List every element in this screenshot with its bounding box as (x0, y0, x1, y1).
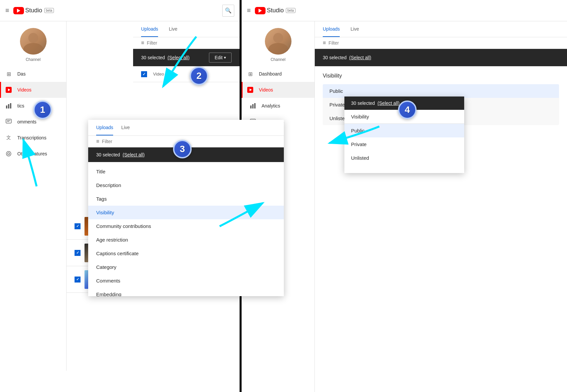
svg-rect-13 (252, 104, 254, 108)
dropdown-item-embedding[interactable]: Embedding (88, 288, 284, 296)
transcriptions-icon: 文 (5, 134, 12, 141)
visibility-panel-select-all[interactable]: (Select all) (378, 100, 400, 106)
visibility-panel-count: 30 selected (351, 100, 375, 106)
studio-label: Studio (25, 7, 42, 14)
select-all-link[interactable]: (Select all) (168, 55, 190, 60)
video-column-header: Video (153, 72, 164, 77)
svg-rect-12 (250, 105, 252, 108)
avatar (20, 28, 47, 55)
tab-live[interactable]: Live (169, 21, 177, 37)
dropdown-tab-live[interactable]: Live (121, 120, 130, 135)
step-badge-4: 4 (398, 100, 417, 119)
visibility-option-unlisted[interactable]: Unlisted (344, 151, 464, 165)
dropdown-item-comments[interactable]: Comments (88, 274, 284, 288)
visibility-option-public[interactable]: Public (344, 124, 464, 137)
edit-button[interactable]: Edit ▾ (209, 53, 232, 63)
filter-icon: ≡ (141, 40, 144, 46)
select-all-checkbox[interactable] (141, 71, 147, 77)
channel-section: Channel (0, 21, 66, 66)
tab-uploads-2[interactable]: Uploads (323, 21, 340, 37)
sidebar-item-transcriptions[interactable]: 文 Transcriptions (0, 130, 66, 146)
beta-badge-2: beta (286, 8, 295, 13)
dropdown-item-age-restriction[interactable]: Age restriction (88, 233, 284, 247)
dropdown-item-community[interactable]: Community contributions (88, 219, 284, 233)
header-2: ≡ Studio beta (242, 0, 567, 21)
comments-label: omments (17, 119, 37, 124)
sidebar-item-videos-2[interactable]: Videos (242, 82, 314, 98)
svg-rect-5 (6, 119, 11, 123)
dropdown-filter-input[interactable] (102, 139, 160, 144)
other-label: Other features (17, 151, 47, 156)
sidebar-item-comments[interactable]: omments (0, 114, 66, 130)
step-badge-3: 3 (173, 140, 192, 158)
logo: Studio beta (13, 7, 54, 14)
dropdown-item-description[interactable]: Description (88, 178, 284, 192)
header-checkbox-cell (141, 71, 149, 77)
sidebar-item-dashboard-2[interactable]: ⊞ Dashboard (242, 66, 314, 82)
youtube-icon (13, 7, 24, 14)
video-checkbox-2[interactable] (75, 250, 81, 256)
step-badge-2: 2 (190, 67, 208, 85)
table-header: Video (133, 66, 240, 82)
search-button[interactable]: 🔍 (222, 5, 234, 17)
visibility-heading: Visibility (323, 73, 559, 79)
panel-2: ≡ Studio beta Channel ⊞ Dashboard (242, 0, 567, 392)
dropdown-select-all[interactable]: (Select all) (123, 152, 145, 157)
header-1: ≡ Studio beta 🔍 (0, 0, 240, 21)
analytics-label: tics (17, 103, 24, 108)
dashboard-label: Das (17, 71, 26, 77)
sidebar-item-dashboard[interactable]: ⊞ Das (0, 66, 66, 82)
sidebar-item-videos[interactable]: Videos (0, 82, 66, 98)
filter-input-2[interactable] (328, 40, 387, 46)
dropdown-item-captions[interactable]: Captions certificate (88, 247, 284, 260)
menu-icon-2[interactable]: ≡ (247, 7, 251, 14)
comments-icon (5, 118, 12, 125)
youtube-icon-2 (255, 7, 266, 14)
analytics-icon (5, 102, 12, 109)
filter-bar-1: ≡ (133, 37, 240, 49)
sidebar-item-analytics-2[interactable]: Analytics (242, 98, 314, 114)
logo-2: Studio beta (255, 7, 296, 14)
dropdown-filter-icon: ≡ (96, 138, 99, 144)
selected-count-2: 30 selected (323, 55, 347, 60)
videos-label-2: Videos (259, 87, 273, 93)
visibility-option-private[interactable]: Private (344, 137, 464, 151)
video-checkbox-1[interactable] (75, 223, 81, 229)
menu-icon[interactable]: ≡ (5, 7, 9, 14)
dropdown-menu: Title Description Tags Visibility Commun… (88, 162, 284, 296)
sidebar-1: Channel ⊞ Das Videos tics (0, 21, 67, 371)
tabs-2: Uploads Live (315, 21, 567, 37)
filter-input[interactable] (147, 40, 205, 46)
selected-count: 30 selected (141, 55, 165, 60)
filter-bar-2: ≡ (315, 37, 567, 49)
sidebar-item-other[interactable]: Other features (0, 146, 66, 162)
select-all-link-2[interactable]: (Select all) (349, 55, 371, 60)
svg-rect-14 (254, 103, 256, 108)
dropdown-item-category[interactable]: Category (88, 260, 284, 274)
edit-dropdown-arrow: ▾ (224, 55, 226, 60)
analytics-icon-2 (250, 102, 256, 109)
nav-list: ⊞ Das Videos tics (0, 66, 66, 162)
dropdown-tabs: Uploads Live (88, 120, 284, 136)
dropdown-item-visibility[interactable]: Visibility (88, 206, 284, 219)
channel-section-2: Channel (242, 21, 314, 66)
dropdown-item-title[interactable]: Title (88, 165, 284, 178)
analytics-label-2: Analytics (262, 103, 280, 108)
step-badge-1: 1 (33, 100, 52, 119)
filter-icon-2: ≡ (323, 40, 326, 46)
content-2: Uploads Live ≡ 30 selected (Select all) … (315, 21, 567, 392)
selected-bar-1: 30 selected (Select all) Edit ▾ (133, 49, 240, 66)
svg-point-8 (8, 153, 10, 155)
channel-label-2: Channel (271, 57, 285, 62)
visibility-public[interactable]: Public (323, 84, 559, 98)
tab-uploads[interactable]: Uploads (141, 21, 158, 37)
dropdown-tab-uploads[interactable]: Uploads (96, 120, 113, 135)
dropdown-item-tags[interactable]: Tags (88, 192, 284, 206)
dashboard-label-2: Dashboard (259, 71, 282, 77)
svg-rect-4 (10, 103, 11, 108)
svg-rect-2 (6, 105, 7, 108)
video-checkbox-3[interactable] (75, 277, 81, 283)
beta-badge: beta (44, 8, 54, 13)
transcriptions-label: Transcriptions (17, 135, 46, 140)
tab-live-2[interactable]: Live (350, 21, 359, 37)
